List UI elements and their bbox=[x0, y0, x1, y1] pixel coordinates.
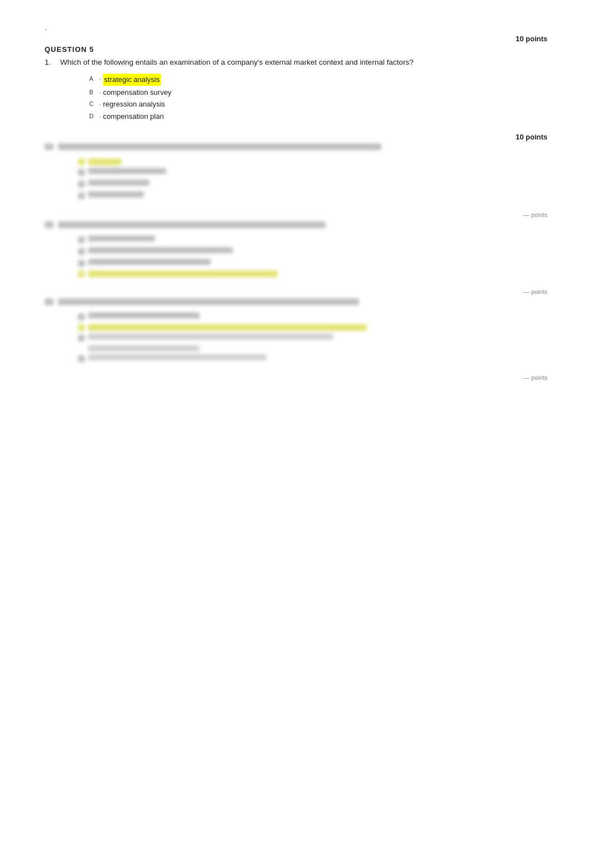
dot-separator: . bbox=[45, 22, 547, 32]
option-c-label: C bbox=[89, 99, 97, 109]
points-label-q3: — points bbox=[45, 211, 547, 218]
blurred-question-3 bbox=[45, 221, 547, 277]
option-d-text: compensation plan bbox=[103, 111, 164, 122]
option-c-row[interactable]: C . regression analysis bbox=[89, 99, 547, 110]
option-d-dot: . bbox=[99, 111, 101, 120]
option-a-text: strategic analysis bbox=[103, 74, 161, 86]
blurred-question-4 bbox=[45, 298, 547, 363]
option-b-text: compensation survey bbox=[103, 87, 172, 98]
question-1-block: 1. Which of the following entails an exa… bbox=[45, 57, 547, 122]
blurred-question-2 bbox=[45, 143, 547, 200]
question-1-number: 1. bbox=[45, 57, 56, 68]
question-1-text: 1. Which of the following entails an exa… bbox=[45, 57, 547, 68]
question-section-title: QUESTION 5 bbox=[45, 45, 547, 54]
points-label-q4: — points bbox=[45, 288, 547, 295]
question-1-body: Which of the following entails an examin… bbox=[60, 57, 414, 68]
option-c-text: regression analysis bbox=[103, 99, 165, 110]
option-c-dot: . bbox=[99, 99, 101, 108]
points-label-q5-end: — points bbox=[45, 374, 547, 381]
points-label-q2: 10 points bbox=[45, 133, 547, 141]
option-b-row[interactable]: B . compensation survey bbox=[89, 87, 547, 98]
option-a-row[interactable]: A . strategic analysis bbox=[89, 74, 547, 86]
options-list: A . strategic analysis B . compensation … bbox=[89, 74, 547, 122]
option-d-label: D bbox=[89, 112, 97, 121]
option-a-label: A bbox=[89, 74, 97, 84]
option-b-dot: . bbox=[99, 87, 101, 96]
points-label-q5: 10 points bbox=[45, 35, 547, 43]
option-b-label: B bbox=[89, 88, 97, 97]
option-a-dot: . bbox=[99, 74, 101, 83]
option-d-row[interactable]: D . compensation plan bbox=[89, 111, 547, 122]
